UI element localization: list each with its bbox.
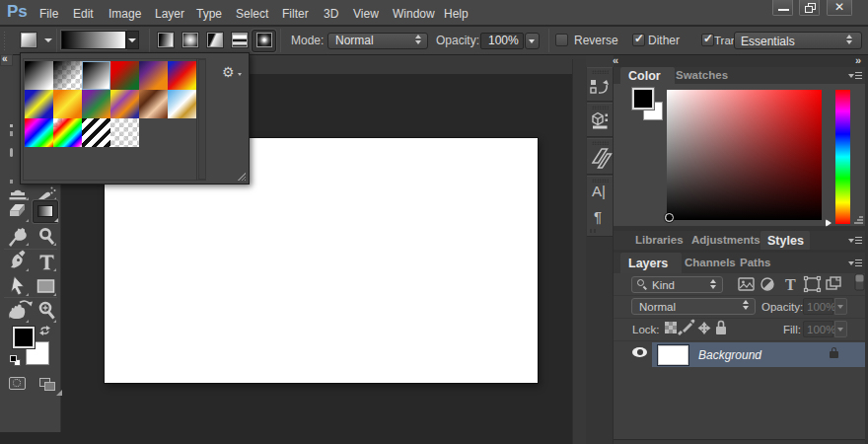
svg-text:¶: ¶: [594, 208, 602, 225]
svg-text:A|: A|: [592, 183, 606, 199]
svg-text:T: T: [785, 276, 796, 293]
